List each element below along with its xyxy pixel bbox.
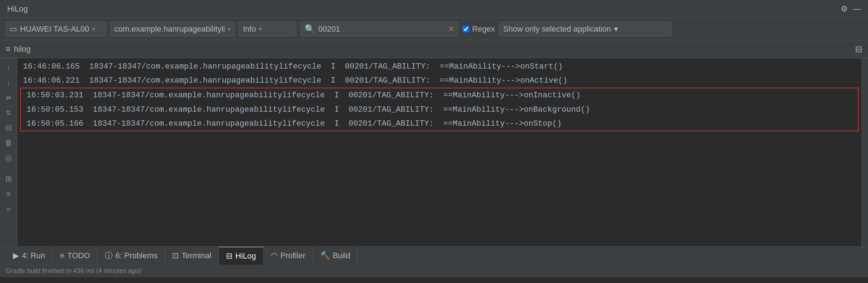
- sort-button[interactable]: ⇅: [2, 106, 15, 119]
- status-bar: ▶ 4: Run ≡ TODO ⓘ 6: Problems ⊡ Terminal…: [0, 246, 868, 264]
- clear-button[interactable]: 🗑: [2, 136, 15, 149]
- tab-problems-label: 6: Problems: [115, 251, 157, 260]
- run-icon: ▶: [13, 251, 19, 260]
- title-bar: HiLog ⚙ —: [0, 0, 868, 18]
- app-chevron-icon: ▾: [228, 25, 231, 32]
- terminal-icon: ⊡: [172, 251, 179, 260]
- wrap-toggle-button[interactable]: ⇌: [2, 91, 15, 104]
- search-box[interactable]: 🔍 ✕: [301, 22, 458, 36]
- app-title: HiLog: [7, 4, 28, 14]
- scroll-up-button[interactable]: ↑: [2, 61, 15, 74]
- tab-run-label: 4: Run: [22, 251, 45, 260]
- window-controls: ⚙ —: [841, 4, 861, 14]
- log-row: 16:50:03.231 18347-18347/com.example.han…: [21, 88, 858, 102]
- todo-icon: ≡: [60, 251, 65, 260]
- log-row-text: 16:50:05.153 18347-18347/com.example.han…: [27, 103, 590, 116]
- capture-button[interactable]: ◎: [2, 152, 15, 164]
- toolbar: ▭ HUAWEI TAS-AL00 ▾ com.example.hanrupag…: [0, 18, 868, 40]
- app-selector[interactable]: com.example.hanrupageabilityli ▾: [110, 22, 235, 36]
- log-rows-container: 16:46:06.165 18347-18347/com.example.han…: [17, 60, 862, 131]
- tab-run[interactable]: ▶ 4: Run: [6, 247, 53, 265]
- tab-todo[interactable]: ≡ TODO: [53, 247, 98, 265]
- log-content[interactable]: 16:46:06.165 18347-18347/com.example.han…: [17, 58, 862, 246]
- log-wrap-icon[interactable]: ⊟: [855, 44, 862, 54]
- log-row-text: 16:46:06.221 18347-18347/com.example.han…: [23, 74, 567, 87]
- device-selector[interactable]: ▭ HUAWEI TAS-AL00 ▾: [6, 22, 106, 36]
- tab-build[interactable]: 🔨 Build: [313, 247, 358, 265]
- tab-terminal[interactable]: ⊡ Terminal: [165, 247, 219, 265]
- device-label: HUAWEI TAS-AL00: [20, 24, 89, 34]
- app-label: com.example.hanrupageabilityli: [114, 24, 225, 34]
- highlighted-log-group: 16:50:03.231 18347-18347/com.example.han…: [20, 88, 859, 131]
- tab-problems[interactable]: ⓘ 6: Problems: [98, 247, 165, 265]
- build-icon: 🔨: [320, 251, 330, 260]
- level-chevron-icon: ▾: [259, 25, 262, 32]
- clear-search-button[interactable]: ✕: [448, 24, 454, 34]
- log-level-label: Info: [243, 24, 256, 34]
- tab-hilog[interactable]: ⊟ HiLog: [219, 247, 263, 265]
- log-row: 16:46:06.165 18347-18347/com.example.han…: [17, 60, 862, 74]
- log-row-text: 16:50:05.166 18347-18347/com.example.han…: [27, 117, 562, 130]
- log-row: 16:46:06.221 18347-18347/com.example.han…: [17, 74, 862, 88]
- regex-label: Regex: [472, 24, 495, 34]
- side-toolbar: ↑ ↓ ⇌ ⇅ ⊟ 🗑 ◎ ⊞ ≡ »: [0, 58, 17, 246]
- main-area: ↑ ↓ ⇌ ⇅ ⊟ 🗑 ◎ ⊞ ≡ » 16:46:06.165 18347-1…: [0, 58, 868, 246]
- search-icon: 🔍: [305, 24, 315, 34]
- log-level-selector[interactable]: Info ▾: [239, 22, 296, 36]
- profiler-icon: ◠: [271, 251, 278, 260]
- problems-icon: ⓘ: [105, 250, 113, 261]
- scroll-down-button[interactable]: ↓: [2, 76, 15, 89]
- chart-button[interactable]: ⊞: [2, 172, 15, 185]
- show-only-selector[interactable]: Show only selected application ▾: [499, 22, 671, 36]
- device-icon: ▭: [10, 24, 17, 34]
- tab-terminal-label: Terminal: [181, 251, 211, 260]
- tab-build-label: Build: [333, 251, 350, 260]
- search-input[interactable]: [318, 24, 445, 34]
- log-title: ≡ hilog: [6, 45, 30, 54]
- tab-hilog-label: HiLog: [235, 251, 256, 261]
- list-button[interactable]: ≡: [2, 187, 15, 200]
- bottom-bar: Gradle build finished in 436 ms (4 minut…: [0, 264, 868, 277]
- regex-container: Regex: [463, 24, 495, 34]
- tab-todo-label: TODO: [67, 251, 90, 260]
- filter-button[interactable]: ⊟: [2, 121, 15, 134]
- log-panel-header: ≡ hilog ⊟: [0, 40, 868, 58]
- log-row: 16:50:05.166 18347-18347/com.example.han…: [21, 117, 858, 131]
- minimize-icon[interactable]: —: [853, 4, 861, 14]
- settings-icon[interactable]: ⚙: [841, 4, 848, 14]
- hilog-icon: ⊟: [226, 251, 232, 261]
- log-row-text: 16:50:03.231 18347-18347/com.example.han…: [27, 89, 581, 102]
- log-row-text: 16:46:06.165 18347-18347/com.example.han…: [23, 60, 563, 73]
- show-only-label: Show only selected application: [503, 24, 611, 34]
- tab-profiler-label: Profiler: [280, 251, 306, 260]
- log-panel-name: hilog: [14, 45, 30, 54]
- device-chevron-icon: ▾: [92, 25, 95, 32]
- regex-checkbox[interactable]: [463, 26, 469, 32]
- scrollbar[interactable]: [862, 58, 868, 246]
- log-menu-icon: ≡: [6, 45, 10, 54]
- show-only-chevron-icon: ▾: [614, 24, 618, 34]
- log-row: 16:50:05.153 18347-18347/com.example.han…: [21, 103, 858, 117]
- expand-button[interactable]: »: [2, 203, 15, 215]
- bottom-status-text: Gradle build finished in 436 ms (4 minut…: [6, 267, 141, 275]
- tab-profiler[interactable]: ◠ Profiler: [264, 247, 313, 265]
